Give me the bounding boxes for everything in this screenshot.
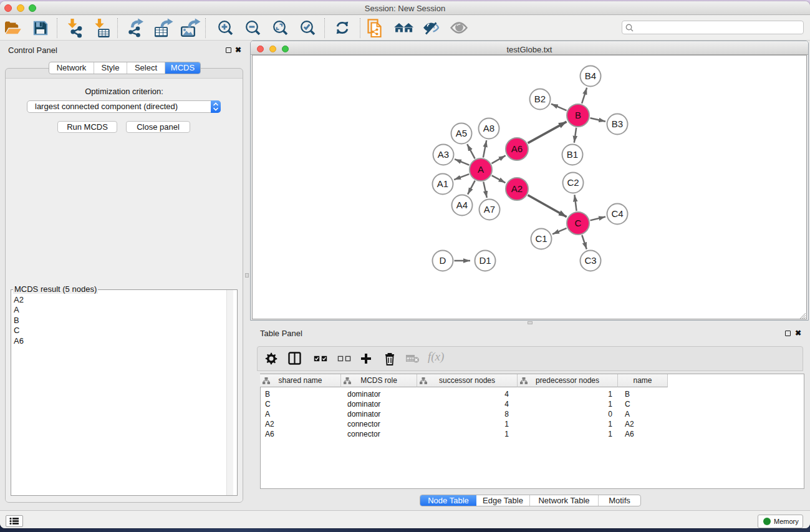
svg-text:A7: A7 — [484, 204, 495, 215]
svg-text:A3: A3 — [438, 149, 449, 160]
svg-text:A5: A5 — [456, 128, 467, 138]
svg-text:A4: A4 — [456, 200, 468, 210]
svg-text:A: A — [478, 164, 484, 175]
svg-text:D: D — [440, 255, 446, 266]
svg-text:A1: A1 — [437, 178, 448, 189]
svg-text:B4: B4 — [585, 70, 596, 81]
svg-text:C2: C2 — [567, 177, 579, 188]
svg-text:A6: A6 — [511, 143, 523, 154]
svg-text:C3: C3 — [584, 255, 596, 266]
svg-text:C: C — [575, 218, 582, 228]
svg-text:B1: B1 — [567, 149, 578, 160]
svg-text:C1: C1 — [535, 233, 547, 244]
svg-text:D1: D1 — [479, 255, 491, 266]
svg-text:B3: B3 — [612, 118, 623, 129]
svg-text:A8: A8 — [483, 123, 494, 133]
svg-text:B: B — [575, 110, 581, 120]
svg-text:B2: B2 — [534, 94, 546, 104]
svg-text:A2: A2 — [511, 183, 523, 194]
svg-text:C4: C4 — [611, 208, 623, 219]
